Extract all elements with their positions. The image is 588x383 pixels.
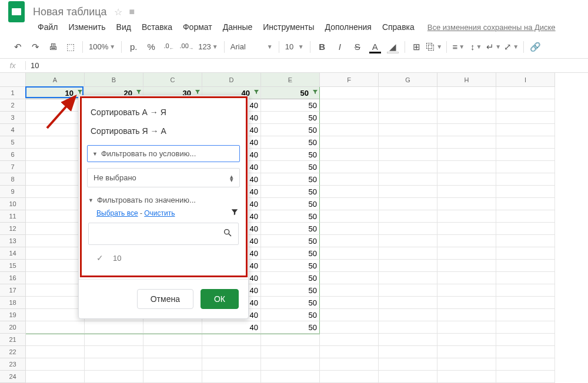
cell[interactable] [320,260,379,272]
column-header[interactable]: E [261,73,320,87]
row-header[interactable]: 3 [0,112,26,124]
clear-link[interactable]: Очистить [144,209,175,217]
cell[interactable] [437,136,496,149]
cell[interactable] [85,346,143,358]
row-header[interactable]: 13 [0,235,26,247]
cell[interactable]: 50 [261,186,320,198]
cell[interactable] [320,358,379,371]
cell[interactable] [437,272,496,284]
cell[interactable] [496,99,555,112]
fill-color-button[interactable]: ◢ [385,39,401,55]
cell[interactable] [85,321,143,334]
cell[interactable] [26,186,85,198]
cell[interactable] [143,334,202,346]
cell[interactable] [320,161,379,173]
cell[interactable] [379,247,437,260]
zoom-select[interactable]: 100%▼ [86,42,118,51]
cell[interactable] [496,309,555,321]
cell[interactable] [437,309,496,321]
row-header[interactable]: 4 [0,124,26,136]
menu-format[interactable]: Формат [178,20,217,34]
cell[interactable] [26,99,85,112]
cell[interactable] [496,297,555,309]
cell[interactable] [496,186,555,198]
cell[interactable] [26,321,85,334]
cell[interactable] [320,272,379,284]
cell[interactable] [496,284,555,297]
cell[interactable] [320,186,379,198]
filter-by-condition-toggle[interactable]: ▼ Фильтровать по условию... [87,145,240,162]
cell[interactable] [496,210,555,223]
cell[interactable] [143,358,202,371]
row-header[interactable]: 1 [0,87,26,99]
column-header[interactable]: B [85,73,143,87]
cell[interactable]: 50 [261,309,320,321]
cell[interactable] [437,346,496,358]
row-header[interactable]: 5 [0,136,26,149]
row-header[interactable]: 10 [0,198,26,210]
cell[interactable] [496,260,555,272]
cell[interactable]: 50 [261,284,320,297]
cell[interactable] [261,371,320,383]
cell[interactable] [26,371,85,383]
menu-edit[interactable]: Изменить [64,20,110,34]
column-header[interactable]: I [496,73,555,87]
cell[interactable]: 50 [261,223,320,235]
row-header[interactable]: 20 [0,321,26,334]
currency-button[interactable]: р. [125,39,142,55]
borders-button[interactable]: ⊞ [409,39,425,55]
cell[interactable] [379,223,437,235]
cell[interactable]: 50 [261,112,320,124]
row-header[interactable]: 12 [0,223,26,235]
cell[interactable] [437,198,496,210]
row-header[interactable]: 18 [0,297,26,309]
cell[interactable] [379,309,437,321]
cell[interactable] [26,297,85,309]
column-header[interactable]: C [143,73,202,87]
cell[interactable] [26,173,85,186]
cell[interactable] [85,334,143,346]
cell[interactable] [379,210,437,223]
save-status[interactable]: Все изменения сохранены на Диске [427,23,556,32]
cell[interactable] [320,371,379,383]
cell[interactable] [379,112,437,124]
cell[interactable] [379,198,437,210]
cell[interactable] [261,358,320,371]
cell[interactable] [496,272,555,284]
cell[interactable]: 50 [261,173,320,186]
filter-search-input[interactable] [88,223,239,245]
cell[interactable] [320,247,379,260]
font-size-select[interactable]: 10▼ [283,42,306,51]
cell[interactable] [437,149,496,161]
row-header[interactable]: 14 [0,247,26,260]
wrap-button[interactable]: ↵▼ [486,39,502,55]
cell[interactable] [379,260,437,272]
row-header[interactable]: 7 [0,161,26,173]
cell[interactable] [437,223,496,235]
cell[interactable] [320,210,379,223]
cell[interactable] [437,334,496,346]
cell[interactable] [320,99,379,112]
menu-data[interactable]: Данные [218,20,258,34]
cell[interactable] [320,297,379,309]
cell[interactable] [320,346,379,358]
cell[interactable] [26,346,85,358]
cell[interactable]: 50 [261,124,320,136]
column-header[interactable]: G [379,73,437,87]
bold-button[interactable]: B [314,39,330,55]
row-header[interactable]: 11 [0,210,26,223]
cell[interactable] [496,371,555,383]
cell[interactable] [261,334,320,346]
cell[interactable] [437,124,496,136]
cell[interactable] [26,284,85,297]
cell[interactable] [26,161,85,173]
cell[interactable] [320,112,379,124]
cell[interactable] [496,149,555,161]
cell[interactable]: 50 [261,297,320,309]
formula-input[interactable] [26,61,588,70]
cell[interactable] [320,223,379,235]
cell[interactable] [496,358,555,371]
row-header[interactable]: 2 [0,99,26,112]
column-header[interactable]: A [26,73,85,87]
cell[interactable] [496,346,555,358]
